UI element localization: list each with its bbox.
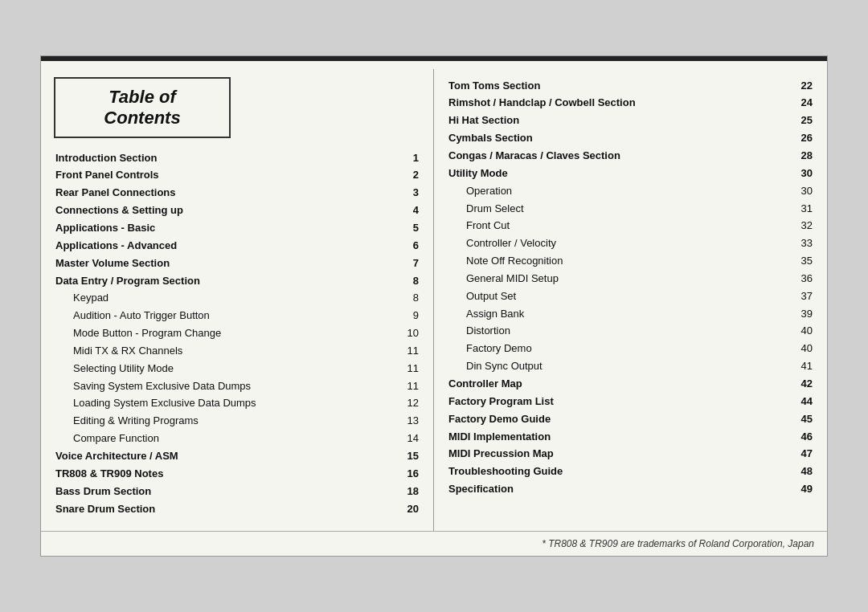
entry-label: Midi TX & RX Channels [54, 342, 396, 360]
entry-label: Front Panel Controls [54, 167, 396, 185]
table-row: MIDI Precussion Map47 [447, 446, 814, 463]
entry-page: 24 [790, 95, 814, 112]
entry-page: 30 [790, 165, 814, 182]
entry-label: TR808 & TR909 Notes [54, 465, 396, 483]
toc-title-line1: Table of [72, 87, 213, 108]
table-row: Bass Drum Section18 [54, 483, 420, 500]
entry-page: 14 [396, 430, 420, 448]
entry-label: Hi Hat Section [447, 112, 790, 130]
entry-page: 7 [396, 255, 420, 272]
entry-page: 25 [790, 112, 814, 130]
entry-page: 40 [790, 323, 814, 341]
entry-label: Output Set [447, 288, 790, 305]
table-row: Factory Demo40 [447, 341, 814, 358]
table-row: Factory Demo Guide45 [447, 410, 814, 428]
entry-label: Operation [447, 182, 790, 200]
table-row: Factory Program List44 [447, 393, 814, 410]
entry-label: Distortion [447, 323, 790, 341]
entry-label: Din Sync Output [447, 358, 790, 376]
table-row: Congas / Maracas / Claves Section28 [447, 148, 814, 165]
entry-page: 22 [790, 77, 814, 95]
left-toc-table: Introduction Section1Front Panel Control… [54, 149, 420, 518]
table-row: Snare Drum Section20 [54, 500, 420, 518]
entry-label: Factory Demo [447, 341, 790, 358]
entry-label: Drum Select [447, 200, 790, 218]
entry-page: 48 [790, 463, 814, 481]
entry-page: 47 [790, 446, 814, 463]
entry-page: 9 [396, 308, 420, 325]
entry-page: 6 [396, 237, 420, 255]
table-row: Assign Bank39 [447, 305, 814, 323]
entry-page: 16 [396, 465, 420, 483]
entry-label: MIDI Implementation [447, 428, 790, 446]
entry-page: 11 [396, 360, 420, 377]
entry-label: Mode Button - Program Change [54, 325, 396, 343]
table-row: Loading System Exclusive Data Dumps12 [54, 395, 420, 413]
table-row: Din Sync Output41 [447, 358, 814, 376]
footer-text: * TR808 & TR909 are trademarks of Roland… [542, 538, 814, 549]
entry-page: 41 [790, 358, 814, 376]
entry-page: 4 [396, 202, 420, 220]
entry-label: Bass Drum Section [54, 483, 396, 500]
table-row: Cymbals Section26 [447, 130, 814, 148]
entry-label: Voice Architecture / ASM [54, 447, 396, 465]
entry-page: 31 [790, 200, 814, 218]
entry-page: 13 [396, 413, 420, 430]
table-row: Midi TX & RX Channels11 [54, 342, 420, 360]
table-row: Rear Panel Connections3 [54, 185, 420, 202]
footer: * TR808 & TR909 are trademarks of Roland… [41, 531, 827, 556]
table-row: Compare Function14 [54, 430, 420, 448]
entry-label: Audition - Auto Trigger Button [54, 308, 396, 325]
table-row: Hi Hat Section25 [447, 112, 814, 130]
entry-label: Congas / Maracas / Claves Section [447, 148, 790, 165]
entry-page: 35 [790, 253, 814, 271]
table-row: Saving System Exclusive Data Dumps11 [54, 377, 420, 395]
table-row: Drum Select31 [447, 200, 814, 218]
table-row: Controller Map42 [447, 375, 814, 393]
table-row: Distortion40 [447, 323, 814, 341]
entry-label: General MIDI Setup [447, 270, 790, 288]
table-row: Applications - Advanced6 [54, 237, 420, 255]
entry-label: Applications - Basic [54, 220, 396, 238]
entry-page: 10 [396, 325, 420, 343]
entry-page: 45 [790, 410, 814, 428]
table-row: Specification49 [447, 481, 814, 499]
entry-label: Factory Program List [447, 393, 790, 410]
entry-page: 40 [790, 341, 814, 358]
entry-label: Compare Function [54, 430, 396, 448]
entry-label: Note Off Recognition [447, 253, 790, 271]
entry-page: 44 [790, 393, 814, 410]
entry-label: Applications - Advanced [54, 237, 396, 255]
left-column: Table of Contents Introduction Section1F… [41, 69, 434, 531]
table-row: Troubleshooting Guide48 [447, 463, 814, 481]
entry-label: MIDI Precussion Map [447, 446, 790, 463]
entry-page: 2 [396, 167, 420, 185]
entry-label: Saving System Exclusive Data Dumps [54, 377, 396, 395]
entry-page: 18 [396, 483, 420, 500]
entry-label: Assign Bank [447, 305, 790, 323]
entry-page: 30 [790, 182, 814, 200]
entry-label: Rear Panel Connections [54, 185, 396, 202]
entry-page: 8 [396, 290, 420, 308]
entry-page: 37 [790, 288, 814, 305]
entry-page: 12 [396, 395, 420, 413]
page-container: Table of Contents Introduction Section1F… [40, 55, 828, 557]
entry-page: 15 [396, 447, 420, 465]
toc-title-line2: Contents [72, 108, 213, 129]
entry-page: 8 [396, 272, 420, 290]
table-row: TR808 & TR909 Notes16 [54, 465, 420, 483]
content-area: Table of Contents Introduction Section1F… [41, 61, 827, 531]
entry-page: 26 [790, 130, 814, 148]
entry-page: 5 [396, 220, 420, 238]
entry-label: Front Cut [447, 218, 790, 235]
entry-label: Keypad [54, 290, 396, 308]
entry-label: Editing & Writing Programs [54, 413, 396, 430]
right-column: Tom Toms Section22Rimshot / Handclap / C… [434, 69, 827, 531]
entry-page: 1 [396, 149, 420, 167]
table-row: Front Panel Controls2 [54, 167, 420, 185]
entry-page: 42 [790, 375, 814, 393]
entry-page: 36 [790, 270, 814, 288]
table-row: Controller / Velocity33 [447, 235, 814, 253]
entry-label: Controller Map [447, 375, 790, 393]
entry-label: Snare Drum Section [54, 500, 396, 518]
